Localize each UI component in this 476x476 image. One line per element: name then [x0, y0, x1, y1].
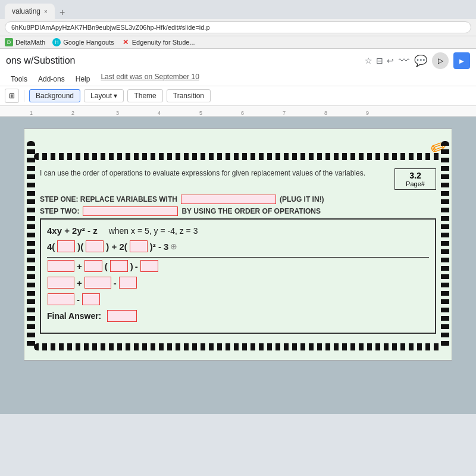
step-one-line: STEP ONE: REPLACE VARIABLES WITH (PLUG I…	[40, 195, 436, 204]
new-tab-button[interactable]: +	[55, 7, 70, 18]
menu-tools[interactable]: Tools	[6, 73, 32, 86]
blank-r5-1[interactable]	[48, 293, 74, 305]
step-one-suffix: (PLUG IT IN!)	[280, 195, 324, 203]
bookmark-hangouts[interactable]: H Google Hangouts	[52, 38, 114, 46]
math-line-5: -	[47, 293, 429, 305]
toolbar-divider	[24, 90, 24, 102]
title-bar: ons w/Substition ☆ ⊟ ↩ 〰 💬 ▷ ▶	[0, 49, 476, 73]
left-dots	[27, 141, 35, 348]
slides-header: ons w/Substition ☆ ⊟ ↩ 〰 💬 ▷ ▶ Tools Add…	[0, 49, 476, 86]
page-box: 3.2 Page#	[394, 168, 436, 190]
step-two-input[interactable]	[83, 206, 178, 216]
close-paren-2: ) + 2(	[106, 242, 127, 252]
blank-val-3[interactable]	[110, 260, 128, 272]
math-line-1: 4xy + 2y² - z when x = 5, y = -4, z = 3	[47, 226, 429, 236]
last-edit-text: Last edit was on September 10	[101, 73, 199, 86]
open-paren-3: (	[105, 261, 108, 271]
deltamath-icon: D	[5, 38, 13, 46]
ruler-mark-1: 1	[30, 110, 33, 116]
page-number: 3.2	[400, 171, 431, 180]
ruler-mark-4: 4	[158, 110, 161, 116]
bookmark-hangouts-label: Google Hangouts	[63, 39, 114, 46]
final-answer-label: Final Answer:	[47, 311, 101, 321]
blank-x[interactable]	[57, 240, 75, 252]
layout-button[interactable]: Layout ▾	[84, 89, 124, 102]
address-bar: 6hKu8PDIAmApyHzAK7HBn9eubjwESL3vZ06hp-Hf…	[0, 19, 476, 36]
close-paren-1: )(	[77, 242, 83, 252]
math-line-4: + -	[47, 277, 429, 289]
final-answer-blank[interactable]	[107, 310, 137, 322]
hangouts-icon: H	[52, 38, 61, 46]
ruler-mark-7: 7	[283, 110, 286, 116]
slide: // draw dots ✏ I can use the order of op…	[24, 129, 452, 361]
edgenuity-icon: ✕	[121, 38, 130, 46]
bookmark-edgenuity[interactable]: ✕ Edgenuity for Stude...	[121, 38, 195, 46]
math-when: when x = 5, y = -4, z = 3	[109, 226, 198, 236]
menu-addons[interactable]: Add-ons	[33, 73, 70, 86]
step-one-text: STEP ONE: REPLACE VARIABLES WITH	[40, 195, 177, 203]
active-tab[interactable]: valuating ×	[5, 4, 55, 19]
math-expression: 4xy + 2y² - z	[47, 226, 98, 236]
present-icon[interactable]: ⊟	[376, 56, 383, 65]
blank-y2[interactable]	[130, 240, 148, 252]
final-answer-line: Final Answer:	[47, 310, 429, 322]
background-button[interactable]: Background	[29, 89, 80, 102]
slides-title: ons w/Substition	[6, 55, 360, 66]
plus-sign-1: +	[77, 261, 82, 271]
ruler: 1 2 3 4 5 6 7 8 9	[0, 106, 476, 117]
math-line-2: 4( )( ) + 2( )² - 3 ⊕	[47, 240, 429, 252]
ruler-mark-3: 3	[116, 110, 119, 116]
browser-chrome: valuating × + 6hKu8PDIAmApyHzAK7HBn9eubj…	[0, 0, 476, 49]
tab-close-button[interactable]: ×	[44, 8, 48, 15]
header-row: I can use the order of operations to eva…	[40, 168, 436, 190]
bookmark-deltamath[interactable]: D DeltaMath	[5, 38, 45, 46]
step-one-input[interactable]	[181, 195, 276, 204]
tab-bar: valuating × +	[0, 0, 476, 19]
blank-coeff[interactable]	[84, 260, 102, 272]
layout-chevron: ▾	[114, 92, 117, 100]
menu-bar: Tools Add-ons Help Last edit was on Sept…	[0, 73, 476, 86]
top-dots-row	[34, 153, 442, 160]
menu-help[interactable]: Help	[71, 73, 95, 86]
step-two-line: STEP TWO: BY USING THE ORDER OF OPERATIO…	[40, 206, 436, 216]
blank-r5-2[interactable]	[82, 293, 100, 305]
close-paren-3: )	[130, 261, 133, 271]
url-input[interactable]: 6hKu8PDIAmApyHzAK7HBn9eubjwESL3vZ06hp-Hf…	[5, 21, 471, 33]
plus-icon: ⊞	[9, 92, 15, 100]
ruler-mark-2: 2	[71, 110, 74, 116]
blank-r4-2[interactable]	[84, 277, 111, 289]
layout-label: Layout	[90, 92, 112, 100]
present-button[interactable]: ▶	[453, 52, 470, 69]
right-dots	[441, 141, 449, 348]
blank-r4-3[interactable]	[119, 277, 137, 289]
math-line-3: + ( ) -	[47, 257, 429, 272]
dots-svg-top: // draw dots	[34, 139, 442, 148]
bookmark-deltamath-label: DeltaMath	[15, 39, 45, 46]
star-icon[interactable]: ☆	[365, 56, 372, 65]
blank-r4-1[interactable]	[48, 277, 74, 289]
blank-y[interactable]	[86, 240, 104, 252]
ruler-mark-6: 6	[241, 110, 244, 116]
math-box: 4xy + 2y² - z when x = 5, y = -4, z = 3 …	[40, 218, 436, 334]
blank-result-1[interactable]	[48, 260, 74, 272]
four-text: 4(	[47, 242, 55, 252]
avatar[interactable]: ▷	[432, 52, 449, 69]
bottom-dots-row	[34, 343, 442, 350]
page-label: Page#	[400, 180, 431, 187]
move-cursor-icon: ⊕	[170, 242, 177, 251]
bookmarks-bar: D DeltaMath H Google Hangouts ✕ Edgenuit…	[0, 36, 476, 49]
blank-z[interactable]	[140, 260, 158, 272]
transition-button[interactable]: Transition	[167, 89, 211, 102]
slide-area: // draw dots ✏ I can use the order of op…	[0, 117, 476, 414]
bookmark-edgenuity-label: Edgenuity for Stude...	[132, 39, 195, 46]
dots-decoration-top: // draw dots	[34, 139, 442, 148]
add-element-button[interactable]: ⊞	[5, 89, 19, 103]
ruler-mark-9: 9	[366, 110, 369, 116]
title-icons: ☆ ⊟ ↩	[365, 56, 394, 65]
minus-sign-3: -	[77, 295, 80, 305]
minus-sign-1: -	[135, 261, 138, 271]
theme-button[interactable]: Theme	[127, 89, 162, 102]
ruler-mark-8: 8	[324, 110, 327, 116]
content-box: I can use the order of operations to eva…	[34, 164, 442, 340]
share-icon[interactable]: ↩	[387, 56, 394, 65]
